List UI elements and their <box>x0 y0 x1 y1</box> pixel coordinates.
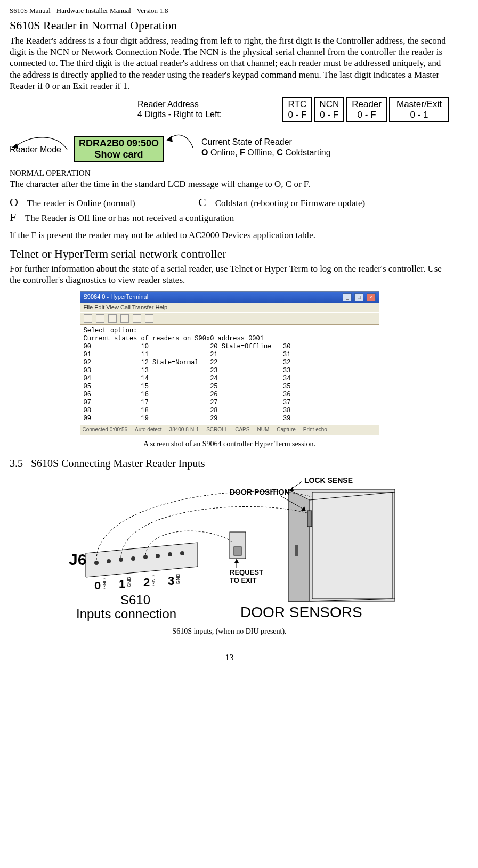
door-position-label: DOOR POSITION <box>230 488 290 496</box>
normal-operation-head: NORMAL OPERATION <box>10 168 449 178</box>
address-box-rtc: RTC0 - F <box>282 97 312 122</box>
page-header: S610S Manual - Hardware Installer Manual… <box>10 6 449 15</box>
hyperterm-caption: A screen shot of an S9064 controller Hyp… <box>10 439 449 449</box>
svg-rect-9 <box>234 547 241 555</box>
close-icon[interactable]: × <box>367 293 376 301</box>
section-3-5-heading: 3.5 S610S Connecting Master Reader Input… <box>10 457 449 470</box>
svg-marker-10 <box>86 543 198 577</box>
svg-text:GND: GND <box>175 574 181 585</box>
j6-connector-icon <box>86 543 198 577</box>
svg-point-16 <box>156 554 160 558</box>
s610-label: S610 <box>120 593 150 607</box>
rte-label-2: TO EXIT <box>230 576 256 584</box>
svg-text:3: 3 <box>168 574 174 587</box>
svg-text:2: 2 <box>143 576 150 589</box>
door-sensors-label: DOOR SENSORS <box>240 604 362 620</box>
section-heading-normal-operation: S610S Reader in Normal Operation <box>10 18 449 33</box>
door-inputs-diagram: LOCK SENSE DOOR POSITION REQUEST TO EXIT… <box>10 473 449 623</box>
address-box-reader: Reader0 - F <box>346 97 387 122</box>
toolbar-icon[interactable] <box>96 314 104 323</box>
svg-point-18 <box>180 551 184 555</box>
svg-marker-24 <box>234 559 239 563</box>
toolbar-icon[interactable] <box>133 314 141 323</box>
intro-paragraph: The Reader's address is a four digit add… <box>10 35 449 92</box>
svg-rect-7 <box>307 511 312 527</box>
hyperterm-title-text: S9064 0 - HyperTerminal <box>84 293 149 301</box>
svg-text:0: 0 <box>94 579 101 592</box>
hyperterm-window: S9064 0 - HyperTerminal _ □ × File Edit … <box>80 291 379 435</box>
lock-sense-label: LOCK SENSE <box>304 476 353 485</box>
hyperterm-figure: S9064 0 - HyperTerminal _ □ × File Edit … <box>10 291 449 435</box>
svg-point-14 <box>131 556 135 561</box>
page-number: 13 <box>10 652 449 663</box>
lcd-display: RDRA2B0 09:50O Show card <box>74 136 164 162</box>
svg-point-11 <box>94 561 99 565</box>
telnet-paragraph: For further information about the state … <box>10 263 449 286</box>
state-label: Current State of Reader O Online, F Offl… <box>201 137 331 158</box>
svg-rect-8 <box>295 545 298 556</box>
svg-marker-20 <box>289 487 294 491</box>
svg-point-17 <box>168 552 172 556</box>
normal-operation-text: The character after the time in the stan… <box>10 178 449 190</box>
reader-address-diagram: Reader Address 4 Digits - Right to Left:… <box>10 97 449 162</box>
toolbar-icon[interactable] <box>108 314 117 323</box>
rte-label-1: REQUEST <box>230 568 263 576</box>
svg-text:GND: GND <box>126 577 132 588</box>
state-codes-line: O – The reader is Online (normal) C – Co… <box>10 195 449 224</box>
toolbar-icon[interactable] <box>120 314 129 323</box>
svg-text:GND: GND <box>151 575 156 586</box>
section-heading-telnet: Telnet or HyperTerm serial network contr… <box>10 247 449 261</box>
address-digit-boxes: RTC0 - F NCN0 - F Reader0 - F Master/Exi… <box>282 97 449 122</box>
svg-text:1: 1 <box>119 577 125 591</box>
inputs-caption: S610S inputs, (when no DIU present). <box>10 627 449 636</box>
j6-label: J6 <box>69 551 86 568</box>
minimize-icon[interactable]: _ <box>343 293 352 301</box>
svg-point-13 <box>119 558 123 562</box>
svg-marker-1 <box>166 136 173 142</box>
address-box-master-exit: Master/Exit0 - 1 <box>389 97 449 122</box>
inputs-connection-label: Inputs connection <box>76 607 176 621</box>
hyperterm-toolbar[interactable] <box>80 312 379 325</box>
address-box-ncn: NCN0 - F <box>314 97 344 122</box>
hyperterm-statusbar: Connected 0:00:56 Auto detect 38400 8-N-… <box>80 425 379 435</box>
svg-point-15 <box>143 555 148 559</box>
svg-rect-4 <box>312 492 392 599</box>
hyperterm-body: Select option: Current states of readers… <box>80 325 379 425</box>
svg-point-12 <box>107 559 111 563</box>
toolbar-icon[interactable] <box>145 314 153 323</box>
hyperterm-titlebar: S9064 0 - HyperTerminal _ □ × <box>80 292 379 303</box>
hyperterm-menu[interactable]: File Edit View Call Transfer Help <box>80 303 379 313</box>
reader-address-label: Reader Address 4 Digits - Right to Left: <box>137 99 222 119</box>
reader-mode-label: Reader Mode <box>10 144 68 155</box>
svg-text:GND: GND <box>102 578 107 589</box>
f-present-note: If the F is present the reader may not b… <box>10 230 449 241</box>
svg-marker-3 <box>288 489 310 601</box>
toolbar-icon[interactable] <box>84 314 92 323</box>
door-icon <box>288 489 395 601</box>
maximize-icon[interactable]: □ <box>354 293 363 301</box>
